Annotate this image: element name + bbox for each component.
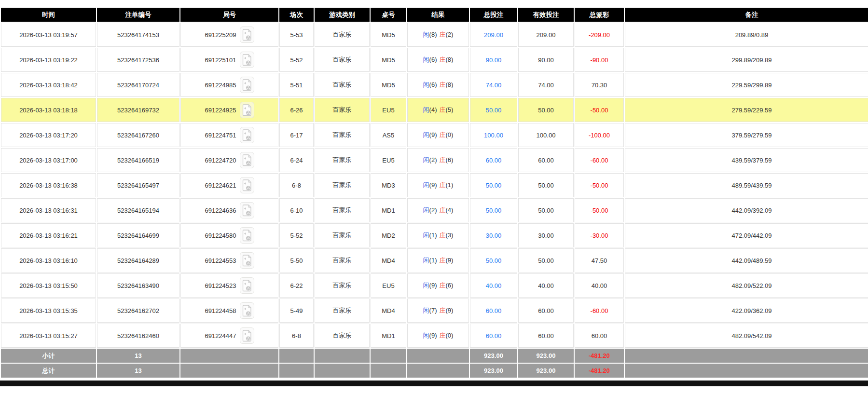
cell-round-id: 691224447 <box>180 324 278 348</box>
video-replay-icon[interactable] <box>240 152 254 168</box>
cell-table-id: MD2 <box>371 223 406 247</box>
cell-total-bet: 30.00 <box>470 223 517 247</box>
round-id-value: 691225209 <box>205 31 236 39</box>
cell-game-type: 百家乐 <box>315 324 370 348</box>
cell-game-type: 百家乐 <box>315 48 370 72</box>
cell-time: 2026-03-13 03:18:18 <box>1 98 96 122</box>
table-row[interactable]: 2026-03-13 03:15:35 523264162702 6912244… <box>1 299 868 323</box>
round-id-value: 691224636 <box>205 207 236 214</box>
result-banker-label: 庄 <box>440 181 446 189</box>
col-header-table-id: 桌号 <box>371 8 406 22</box>
video-replay-icon[interactable] <box>240 102 254 118</box>
cell-total-bet: 50.00 <box>470 173 517 197</box>
result-banker-label: 庄 <box>440 31 446 38</box>
video-replay-icon[interactable] <box>240 227 254 244</box>
cell-valid-bet: 30.00 <box>518 223 574 247</box>
round-id-value: 691224447 <box>205 332 236 340</box>
result-player-label: 闲 <box>423 257 429 264</box>
cell-remark: 442.09/489.59 <box>625 248 868 272</box>
cell-session: 5-52 <box>279 223 314 247</box>
result-banker-label: 庄 <box>440 206 446 214</box>
video-replay-icon[interactable] <box>240 327 254 344</box>
cell-bet-id: 523264170724 <box>97 73 179 97</box>
summary-label: 总计 <box>1 364 96 378</box>
table-row[interactable]: 2026-03-13 03:15:27 523264162460 6912244… <box>1 324 868 348</box>
cell-valid-bet: 74.00 <box>518 73 574 97</box>
result-banker-label: 庄 <box>440 156 446 163</box>
video-replay-icon[interactable] <box>240 127 254 143</box>
result-player-score: (9) <box>429 332 437 339</box>
result-banker-score: (9) <box>446 307 454 314</box>
video-replay-icon[interactable] <box>240 77 254 93</box>
cell-valid-bet: 60.00 <box>518 148 574 172</box>
cell-remark: 379.59/279.59 <box>625 123 868 147</box>
cell-round-id: 691224523 <box>180 273 278 298</box>
video-replay-icon[interactable] <box>240 202 254 218</box>
video-replay-icon[interactable] <box>240 177 254 193</box>
table-row[interactable]: 2026-03-13 03:18:42 523264170724 6912249… <box>1 73 868 97</box>
video-replay-icon[interactable] <box>240 277 254 294</box>
result-player-score: (1) <box>429 257 437 264</box>
cell-remark: 482.09/542.09 <box>625 324 868 348</box>
cell-time: 2026-03-13 03:16:31 <box>1 198 96 222</box>
cell-result: 闲(9)庄(6) <box>407 273 469 298</box>
result-player-score: (1) <box>429 231 437 239</box>
cell-result: 闲(2)庄(6) <box>407 148 469 172</box>
cell-remark: 442.09/392.09 <box>625 198 868 222</box>
cell-valid-bet: 50.00 <box>518 198 574 222</box>
cell-time: 2026-03-13 03:17:20 <box>1 123 96 147</box>
cell-remark: 229.59/299.89 <box>625 73 868 97</box>
result-player-label: 闲 <box>423 56 429 63</box>
video-replay-icon[interactable] <box>240 27 254 43</box>
cell-time: 2026-03-13 03:19:22 <box>1 48 96 72</box>
table-row[interactable]: 2026-03-13 03:16:31 523264165194 6912246… <box>1 198 868 222</box>
cell-session: 5-51 <box>279 73 314 97</box>
cell-remark: 209.89/0.89 <box>625 23 868 47</box>
table-row[interactable]: 2026-03-13 03:16:21 523264164699 6912245… <box>1 223 868 247</box>
result-banker-score: (0) <box>446 332 454 339</box>
video-replay-icon[interactable] <box>240 302 254 319</box>
col-header-bet-id: 注单编号 <box>97 8 179 22</box>
result-banker-label: 庄 <box>440 131 446 138</box>
round-id-value: 691224523 <box>205 282 236 289</box>
cell-bet-id: 523264166519 <box>97 148 179 172</box>
table-row[interactable]: 2026-03-13 03:15:50 523264163490 6912245… <box>1 273 868 298</box>
table-row[interactable]: 2026-03-13 03:19:57 523264174153 6912252… <box>1 23 868 47</box>
video-replay-icon[interactable] <box>240 252 254 269</box>
table-row[interactable]: 2026-03-13 03:17:00 523264166519 6912247… <box>1 148 868 172</box>
result-banker-label: 庄 <box>440 81 446 88</box>
cell-game-type: 百家乐 <box>315 73 370 97</box>
cell-table-id: MD5 <box>371 73 406 97</box>
cell-game-type: 百家乐 <box>315 223 370 247</box>
col-header-round-id: 局号 <box>180 8 278 22</box>
table-row[interactable]: 2026-03-13 03:16:38 523264165497 6912246… <box>1 173 868 197</box>
cell-payout: 60.00 <box>575 324 624 348</box>
cell-bet-id: 523264165194 <box>97 198 179 222</box>
cell-valid-bet: 100.00 <box>518 123 574 147</box>
cell-round-id: 691224985 <box>180 73 278 97</box>
col-header-session: 场次 <box>279 8 314 22</box>
round-id-value: 691224458 <box>205 307 236 314</box>
cell-result: 闲(9)庄(0) <box>407 123 469 147</box>
video-replay-icon[interactable] <box>240 52 254 68</box>
table-row[interactable]: 2026-03-13 03:18:18 523264169732 6912249… <box>1 98 868 122</box>
col-header-payout: 总派彩 <box>575 8 624 22</box>
table-row[interactable]: 2026-03-13 03:17:20 523264167260 6912247… <box>1 123 868 147</box>
cell-result: 闲(9)庄(0) <box>407 324 469 348</box>
cell-round-id: 691224636 <box>180 198 278 222</box>
result-player-label: 闲 <box>423 231 429 239</box>
cell-bet-id: 523264165497 <box>97 173 179 197</box>
result-banker-score: (1) <box>446 181 454 189</box>
table-row[interactable]: 2026-03-13 03:16:10 523264164289 6912245… <box>1 248 868 272</box>
result-player-score: (2) <box>429 206 437 214</box>
result-banker-score: (2) <box>446 31 454 38</box>
cell-result: 闲(2)庄(4) <box>407 198 469 222</box>
cell-result: 闲(1)庄(3) <box>407 223 469 247</box>
result-banker-score: (6) <box>446 156 454 163</box>
summary-row: 总计 13 923.00 923.00 -481.20 <box>1 364 868 378</box>
cell-round-id: 691224925 <box>180 98 278 122</box>
summary-payout: -481.20 <box>575 349 624 363</box>
table-row[interactable]: 2026-03-13 03:19:22 523264172536 6912251… <box>1 48 868 72</box>
result-banker-label: 庄 <box>440 106 446 113</box>
round-id-value: 691225101 <box>205 56 236 64</box>
